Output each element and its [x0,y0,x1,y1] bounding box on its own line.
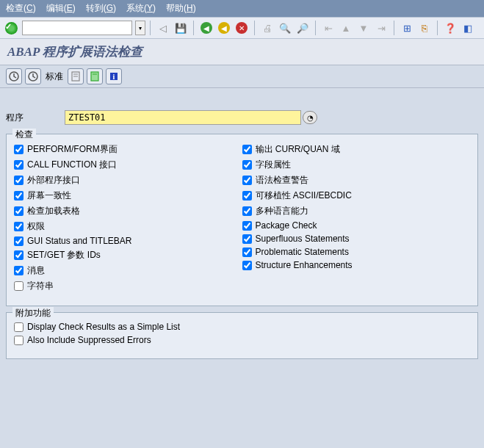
check-right-7: Problematic Statements [242,247,471,257]
check-right-3-checkbox[interactable] [242,191,252,200]
check-right-8-label: Structure Enhancements [256,260,353,270]
check-left-2: 外部程序接口 [14,174,242,187]
check-right-5-checkbox[interactable] [242,221,252,231]
check-left-3-label: 屏幕一致性 [27,189,71,202]
back-button[interactable]: ◀ [198,20,214,36]
check-left-7-checkbox[interactable] [14,250,24,260]
check-right-4-checkbox[interactable] [242,206,252,216]
page-title: ABAP 程序扩展语法检查 [0,39,484,65]
next-page-icon[interactable]: ▼ [355,20,372,36]
execute-icon[interactable] [6,68,22,84]
extra-1-checkbox[interactable] [14,336,24,345]
check-left-6: GUI Status and TITLEBAR [14,236,242,246]
first-page-icon[interactable]: ⇤ [320,20,336,36]
check-right-7-checkbox[interactable] [242,248,252,257]
find-next-icon[interactable]: 🔎 [295,20,311,36]
content-area: 程序 ◔ 检查 PERFORM/FORM界面CALL FUNCTION 接口外部… [0,88,484,371]
help-icon[interactable]: ❓ [442,20,458,36]
extra-1-label: Also Include Suppressed Errors [27,335,151,345]
menu-check[interactable]: 检查(C) [6,2,36,15]
check-left-1-label: CALL FUNCTION 接口 [27,159,117,171]
check-left-8-checkbox[interactable] [14,266,24,275]
menu-help[interactable]: 帮助(H) [166,2,196,15]
cancel-button[interactable]: ✕ [234,20,250,36]
variant-save-icon[interactable] [87,68,103,84]
svg-text:i: i [113,73,115,81]
check-column-right: 输出 CURR/QUAN 域字段属性语法检查警告可移植性 ASCII/EBCDI… [242,140,471,295]
check-left-6-checkbox[interactable] [14,236,24,246]
check-left-0: PERFORM/FORM界面 [14,143,242,156]
check-left-4: 检查加载表格 [14,205,242,217]
check-left-3: 屏幕一致性 [14,189,242,202]
back-icon[interactable]: ◁ [155,20,171,36]
program-row: 程序 ◔ [6,110,478,125]
check-left-4-label: 检查加载表格 [27,205,80,217]
check-right-6-checkbox[interactable] [242,234,252,244]
menu-system[interactable]: 系统(Y) [126,2,156,15]
check-left-2-checkbox[interactable] [14,176,24,185]
check-left-1-checkbox[interactable] [14,160,24,170]
check-left-3-checkbox[interactable] [14,191,24,200]
check-column-left: PERFORM/FORM界面CALL FUNCTION 接口外部程序接口屏幕一致… [14,140,242,295]
print-icon[interactable]: 🖨 [259,20,275,36]
save-icon[interactable]: 💾 [173,20,189,36]
new-session-icon[interactable]: ⊞ [399,20,415,36]
find-icon[interactable]: 🔍 [277,20,293,36]
check-group-title: 检查 [12,129,36,141]
shortcut-icon[interactable]: ⎘ [416,20,433,36]
menu-goto[interactable]: 转到(G) [86,2,116,15]
enter-button[interactable]: ✓ [3,20,19,36]
check-right-6: Superfluous Statements [242,234,471,244]
standard-label: 标准 [46,71,63,83]
check-right-8-checkbox[interactable] [242,261,252,270]
exit-button[interactable]: ◀ [216,20,232,36]
check-left-0-label: PERFORM/FORM界面 [27,143,118,156]
extra-0-checkbox[interactable] [14,322,24,332]
command-dropdown[interactable]: ▾ [135,21,145,35]
last-page-icon[interactable]: ⇥ [373,20,389,36]
check-left-7: SET/GET 参数 IDs [14,249,242,261]
variant-icon[interactable] [68,68,84,84]
extra-group-title: 附加功能 [12,307,54,319]
info-icon[interactable]: i [106,68,122,84]
separator [193,21,194,35]
separator [254,21,255,35]
svg-rect-5 [91,72,98,81]
program-input[interactable] [65,110,301,125]
separator [150,21,151,35]
search-help-icon[interactable]: ◔ [303,111,317,124]
extra-group: 附加功能 Display Check Results as a Simple L… [6,312,478,359]
check-left-0-checkbox[interactable] [14,145,24,154]
check-left-8: 消息 [14,264,242,277]
check-right-1-checkbox[interactable] [242,160,252,170]
check-right-4: 多种语言能力 [242,205,471,217]
layout-icon[interactable]: ◧ [460,20,476,36]
check-right-0-label: 输出 CURR/QUAN 域 [256,143,340,156]
check-left-2-label: 外部程序接口 [27,174,80,187]
separator [437,21,438,35]
program-label: 程序 [6,112,65,124]
check-left-5-checkbox[interactable] [14,222,24,231]
check-left-4-checkbox[interactable] [14,206,24,216]
main-toolbar: ✓ ▾ ◁ 💾 ◀ ◀ ✕ 🖨 🔍 🔎 ⇤ ▲ ▼ ⇥ ⊞ ⎘ ❓ ◧ [0,17,484,39]
check-left-5: 权限 [14,220,242,233]
menubar: 检查(C) 编辑(E) 转到(G) 系统(Y) 帮助(H) [0,0,484,17]
check-right-1-label: 字段属性 [256,159,291,171]
check-right-5: Package Check [242,220,471,231]
check-right-0-checkbox[interactable] [242,145,252,154]
menu-edit[interactable]: 编辑(E) [46,2,76,15]
check-right-1: 字段属性 [242,159,471,171]
extra-0: Display Check Results as a Simple List [14,322,470,332]
check-left-9: 字符串 [14,280,242,292]
check-left-8-label: 消息 [27,264,45,277]
separator [394,21,394,35]
check-right-2-checkbox[interactable] [242,176,252,185]
extra-0-label: Display Check Results as a Simple List [27,322,180,332]
execute-background-icon[interactable] [25,68,41,84]
check-right-6-label: Superfluous Statements [256,234,350,244]
check-right-2: 语法检查警告 [242,174,471,187]
check-left-5-label: 权限 [27,220,45,233]
command-field[interactable] [22,21,132,35]
check-left-9-checkbox[interactable] [14,281,24,291]
prev-page-icon[interactable]: ▲ [338,20,354,36]
